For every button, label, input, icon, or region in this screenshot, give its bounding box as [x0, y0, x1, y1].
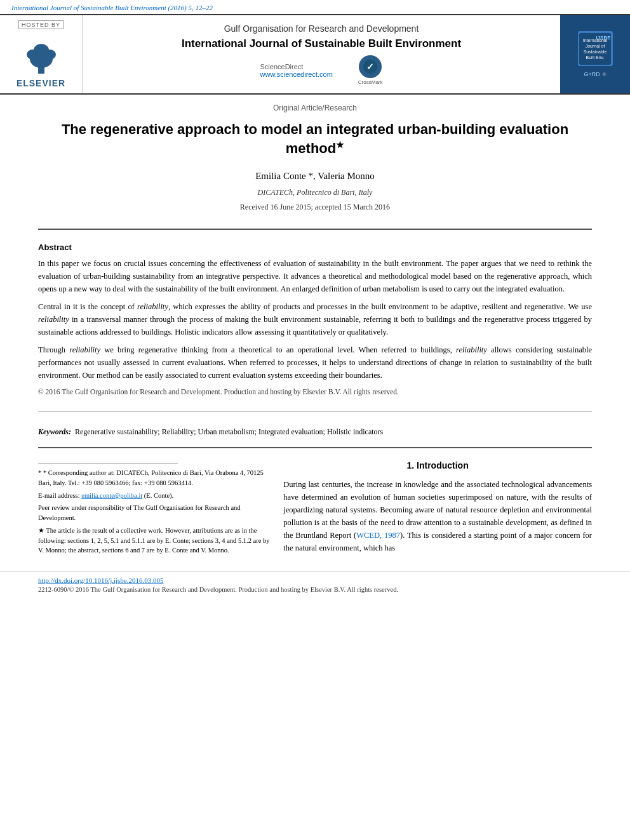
- header-divider: [38, 229, 592, 230]
- footnote-email-line: E-mail address: emilia.conte@poliba.it (…: [38, 491, 271, 501]
- article-content: Original Article/Research The regenerati…: [0, 95, 630, 558]
- introduction-column: 1. Introduction During last centuries, t…: [283, 458, 592, 558]
- crossmark-label: CrossMark: [358, 79, 383, 85]
- svg-text:IJSBE: IJSBE: [596, 35, 611, 41]
- abstract-divider: [38, 411, 592, 412]
- sciencedirect-row: ScienceDirect www.sciencedirect.com ✓ Cr…: [260, 55, 383, 85]
- svg-text:Built Env.: Built Env.: [586, 55, 604, 60]
- keywords-divider: [38, 447, 592, 448]
- abstract-label: Abstract: [38, 243, 592, 252]
- reliability-italic-1: reliability: [137, 302, 168, 311]
- crossmark-block: ✓ CrossMark: [358, 55, 383, 85]
- sciencedirect-url[interactable]: www.sciencedirect.com: [260, 70, 333, 78]
- reliability-italic-3: reliability: [69, 345, 100, 354]
- keywords-section: Keywords: Regenerative sustainability; R…: [38, 420, 592, 441]
- authors-line: Emilia Conte *, Valeria Monno: [38, 167, 592, 185]
- svg-point-4: [34, 44, 49, 57]
- footer-copyright: 2212-6090/© 2016 The Gulf Organisation f…: [38, 586, 592, 593]
- wced-link[interactable]: WCED, 1987: [356, 531, 400, 540]
- title-text: The regenerative approach to model an in…: [62, 121, 568, 156]
- footer-bar: http://dx.doi.org/10.1016/j.ijsbe.2016.0…: [0, 571, 630, 598]
- hosted-by-label: HOSTED BY: [18, 20, 64, 29]
- email-suffix: (E. Conte).: [144, 492, 173, 499]
- received-line: Received 16 June 2015; accepted 15 March…: [38, 200, 592, 222]
- abstract-section: Abstract In this paper we focus on cruci…: [38, 236, 592, 404]
- ijsbe-logo-svg: International Journal of Sustainable Bui…: [579, 33, 611, 65]
- journal-header: HOSTED BY ELSEVIER Gulf Organisation for…: [0, 14, 630, 95]
- corresponding-text: * Corresponding author at: DICATECh, Pol…: [38, 469, 264, 486]
- ijsbe-logo-icon: International Journal of Sustainable Bui…: [578, 31, 613, 66]
- introduction-heading: 1. Introduction: [283, 458, 592, 472]
- elsevier-logo: ELSEVIER: [17, 32, 65, 88]
- abstract-paragraph-1: In this paper we focus on crucial issues…: [38, 257, 592, 295]
- elsevier-tree-icon: [19, 32, 64, 77]
- gord-title: Gulf Organisation for Research and Devel…: [224, 23, 419, 34]
- email-label: E-mail address:: [38, 492, 80, 499]
- reliability-italic-2: reliability: [38, 315, 69, 324]
- footnotes-column: * * Corresponding author at: DICATECh, P…: [38, 458, 271, 558]
- copyright-line: © 2016 The Gulf Organisation for Researc…: [38, 387, 592, 397]
- sciencedirect-block: ScienceDirect www.sciencedirect.com: [260, 63, 333, 78]
- keywords-terms: Regenerative sustainability; Reliability…: [75, 427, 383, 436]
- footnote-corresponding: * * Corresponding author at: DICATECh, P…: [38, 468, 271, 488]
- crossmark-svg: ✓: [363, 59, 378, 74]
- article-type: Original Article/Research: [38, 95, 592, 117]
- svg-text:Journal of: Journal of: [586, 44, 605, 48]
- elsevier-block: HOSTED BY ELSEVIER: [0, 15, 83, 93]
- crossmark-icon: ✓: [359, 55, 382, 78]
- doi-link[interactable]: http://dx.doi.org/10.1016/j.ijsbe.2016.0…: [38, 577, 592, 584]
- abstract-paragraph-3: Through reliability we bring regenerativ…: [38, 343, 592, 382]
- two-column-section: * * Corresponding author at: DICATECh, P…: [38, 458, 592, 558]
- title-star: ★: [336, 140, 344, 150]
- ijsbe-title: International Journal of Sustainable Bui…: [182, 37, 461, 50]
- journal-right-panel: International Journal of Sustainable Bui…: [560, 15, 630, 93]
- keywords-text: Keywords: Regenerative sustainability; R…: [38, 427, 383, 436]
- keywords-label: Keywords:: [38, 427, 71, 436]
- sciencedirect-name: ScienceDirect: [260, 63, 333, 70]
- introduction-paragraph: During last centuries, the increase in k…: [283, 478, 592, 554]
- footnote-divider: [38, 463, 178, 464]
- abstract-paragraph-2: Central in it is the concept of reliabil…: [38, 300, 592, 338]
- elsevier-name: ELSEVIER: [17, 78, 65, 88]
- journal-citation-line: International Journal of Sustainable Bui…: [0, 0, 630, 14]
- svg-text:✓: ✓: [366, 62, 374, 72]
- footnote-star-note: ★ The article is the result of a collect…: [38, 526, 271, 556]
- footnote-peer-review: Peer review under responsibility of The …: [38, 503, 271, 523]
- affiliation-line: DICATECh, Politecnico di Bari, Italy: [38, 185, 592, 200]
- email-link[interactable]: emilia.conte@poliba.it: [81, 492, 142, 499]
- svg-text:Sustainable: Sustainable: [584, 50, 607, 54]
- journal-center: Gulf Organisation for Research and Devel…: [83, 15, 560, 93]
- reliability-italic-4: reliability: [456, 345, 487, 354]
- article-title: The regenerative approach to model an in…: [38, 117, 592, 167]
